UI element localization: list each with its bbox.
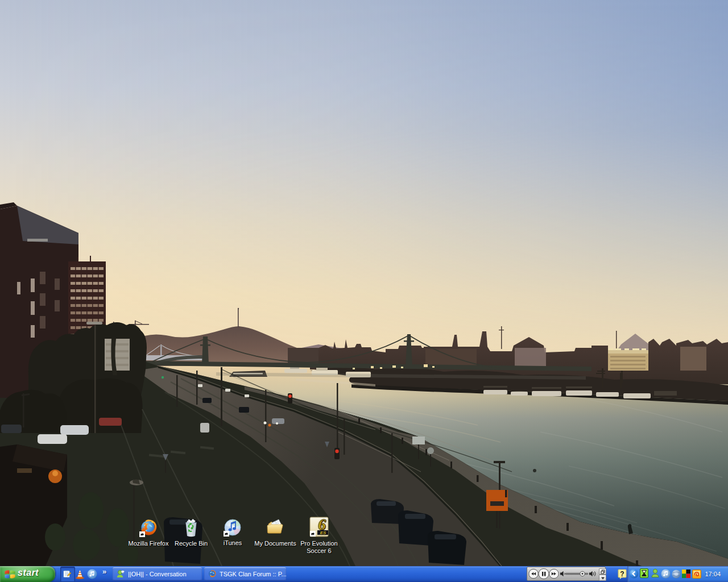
svg-text:ES: ES	[320, 530, 326, 535]
svg-text:?: ?	[620, 570, 624, 578]
